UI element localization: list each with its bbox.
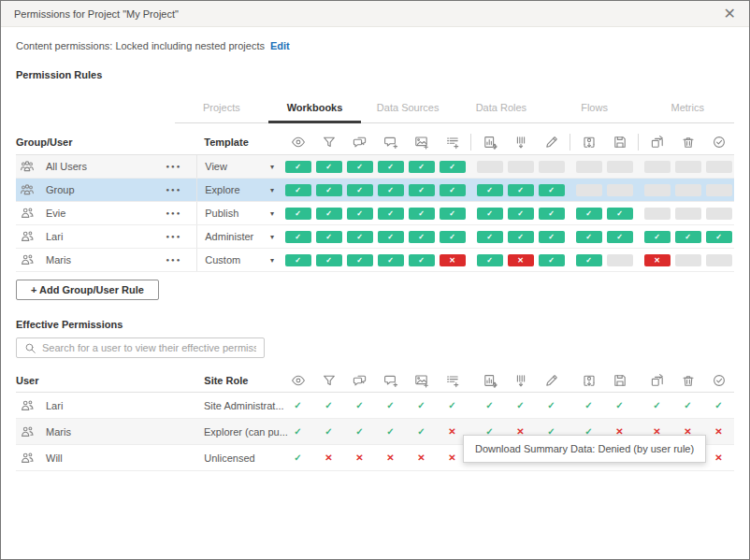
template-dropdown[interactable]: Custom▾ (196, 249, 282, 271)
view-comments-icon (344, 135, 375, 150)
rule-row[interactable]: Group●●●Explore▾✓✓✓✓✓✓✓✓✓ (16, 179, 734, 202)
capability-unset-chip[interactable] (539, 161, 565, 173)
capability-allow-chip[interactable]: ✓ (539, 184, 565, 196)
capability-allow-chip[interactable]: ✓ (576, 231, 602, 243)
capability-allow-chip[interactable]: ✓ (409, 161, 435, 173)
capability-allow-chip[interactable]: ✓ (378, 161, 404, 173)
capability-allow-chip[interactable]: ✓ (316, 254, 342, 266)
capability-allow-chip[interactable]: ✓ (316, 184, 342, 196)
capability-unset-chip[interactable] (644, 184, 671, 196)
capability-unset-chip[interactable] (706, 254, 732, 266)
column-group-divider (567, 134, 573, 151)
capability-allow-chip[interactable]: ✓ (477, 208, 503, 220)
capability-allow-chip[interactable]: ✓ (285, 161, 311, 173)
rule-row[interactable]: All Users●●●View▾✓✓✓✓✓✓ (16, 155, 734, 179)
capability-allow-chip[interactable]: ✓ (706, 231, 732, 243)
template-dropdown[interactable]: Administer▾ (196, 225, 282, 248)
add-group-user-rule-button[interactable]: + Add Group/User Rule (16, 280, 159, 300)
template-dropdown[interactable]: Publish▾ (196, 202, 282, 224)
capability-allow-chip[interactable]: ✓ (508, 208, 534, 220)
capability-allow-chip[interactable]: ✓ (347, 231, 373, 243)
capability-allow-chip[interactable]: ✓ (440, 184, 466, 196)
capability-allow-chip[interactable]: ✓ (316, 208, 342, 220)
capability-unset-chip[interactable] (477, 161, 503, 173)
capability-unset-chip[interactable] (675, 184, 701, 196)
capability-allow-chip[interactable]: ✓ (285, 184, 311, 196)
row-actions-menu-icon[interactable]: ●●● (166, 257, 196, 263)
capability-allow-chip[interactable]: ✓ (539, 231, 565, 243)
capability-allow-chip[interactable]: ✓ (285, 208, 311, 220)
capability-allow-chip[interactable]: ✓ (644, 231, 671, 243)
capability-unset-chip[interactable] (576, 161, 602, 173)
search-input[interactable] (42, 342, 256, 353)
tab-workbooks[interactable]: Workbooks (268, 98, 362, 123)
capability-allow-chip[interactable]: ✓ (675, 231, 701, 243)
row-actions-menu-icon[interactable]: ●●● (166, 164, 196, 169)
capability-allow-chip[interactable]: ✓ (607, 208, 633, 220)
edit-link[interactable]: Edit (270, 40, 290, 51)
capability-unset-chip[interactable] (576, 184, 602, 196)
row-actions-menu-icon[interactable]: ●●● (166, 234, 196, 239)
capability-allow-chip[interactable]: ✓ (539, 208, 565, 220)
tab-flows[interactable]: Flows (548, 98, 642, 122)
template-dropdown[interactable]: View▾ (196, 155, 282, 178)
capability-allow-chip[interactable]: ✓ (477, 184, 503, 196)
capability-allow-chip[interactable]: ✓ (347, 254, 373, 266)
capability-allow-chip[interactable]: ✓ (440, 231, 466, 243)
template-dropdown[interactable]: Explore▾ (196, 179, 282, 201)
rule-row[interactable]: Maris●●●Custom▾✓✓✓✓✓✕✓✕✓✓✕ (16, 249, 734, 272)
capability-deny-chip[interactable]: ✕ (440, 254, 466, 266)
capability-unset-chip[interactable] (508, 161, 534, 173)
capability-allow-chip[interactable]: ✓ (316, 231, 342, 243)
capability-allow-chip[interactable]: ✓ (409, 254, 435, 266)
capability-allow-chip[interactable]: ✓ (316, 161, 342, 173)
capability-allow-chip[interactable]: ✓ (576, 208, 602, 220)
tab-projects[interactable]: Projects (175, 98, 268, 122)
capability-allow-chip[interactable]: ✓ (477, 254, 503, 266)
capability-allow-chip[interactable]: ✓ (576, 254, 602, 266)
capability-allow-chip[interactable]: ✓ (285, 254, 311, 266)
capability-unset-chip[interactable] (607, 161, 633, 173)
row-actions-menu-icon[interactable]: ●●● (166, 210, 196, 216)
close-icon[interactable]: ✕ (724, 7, 736, 22)
capability-allow-chip[interactable]: ✓ (539, 254, 565, 266)
capability-allow-chip[interactable]: ✓ (477, 231, 503, 243)
capability-unset-chip[interactable] (644, 161, 671, 173)
capability-allow-chip[interactable]: ✓ (409, 184, 435, 196)
rule-row[interactable]: Evie●●●Publish▾✓✓✓✓✓✓✓✓✓✓✓ (16, 202, 734, 225)
capability-deny-chip[interactable]: ✕ (644, 254, 671, 266)
capability-allow-chip[interactable]: ✓ (378, 184, 404, 196)
tab-metrics[interactable]: Metrics (641, 98, 734, 122)
capability-allow-chip[interactable]: ✓ (347, 161, 373, 173)
capability-allow-chip[interactable]: ✓ (347, 208, 373, 220)
capability-allow-chip[interactable]: ✓ (607, 231, 633, 243)
rule-row[interactable]: Lari●●●Administer▾✓✓✓✓✓✓✓✓✓✓✓✓✓✓ (16, 225, 734, 249)
capability-unset-chip[interactable] (706, 161, 732, 173)
capability-allow-chip[interactable]: ✓ (347, 184, 373, 196)
capability-allow-chip[interactable]: ✓ (508, 184, 534, 196)
capability-allow-chip[interactable]: ✓ (409, 208, 435, 220)
capability-deny-chip[interactable]: ✕ (508, 254, 534, 266)
capability-allow-chip[interactable]: ✓ (378, 231, 404, 243)
capability-unset-chip[interactable] (607, 254, 633, 266)
capability-unset-chip[interactable] (675, 208, 701, 220)
capability-allow-chip[interactable]: ✓ (285, 231, 311, 243)
capability-unset-chip[interactable] (675, 161, 701, 173)
capability-allow-chip[interactable]: ✓ (440, 208, 466, 220)
capability-allow-chip[interactable]: ✓ (409, 231, 435, 243)
tab-data-sources[interactable]: Data Sources (361, 98, 454, 122)
capability-allow-chip[interactable]: ✓ (378, 208, 404, 220)
capability-cell: ✓ (344, 184, 375, 196)
capability-allow-chip[interactable]: ✓ (440, 161, 466, 173)
capability-unset-chip[interactable] (644, 208, 671, 220)
capability-unset-chip[interactable] (706, 184, 732, 196)
capability-allow-chip[interactable]: ✓ (508, 231, 534, 243)
capability-unset-chip[interactable] (706, 208, 732, 220)
capability-unset-chip[interactable] (675, 254, 701, 266)
row-actions-menu-icon[interactable]: ●●● (166, 187, 196, 193)
capability-allow-chip[interactable]: ✓ (378, 254, 404, 266)
tab-data-roles[interactable]: Data Roles (454, 98, 548, 122)
capability-unset-chip[interactable] (607, 184, 633, 196)
effective-permissions-search[interactable] (16, 337, 265, 358)
set-permissions-icon (703, 373, 734, 388)
